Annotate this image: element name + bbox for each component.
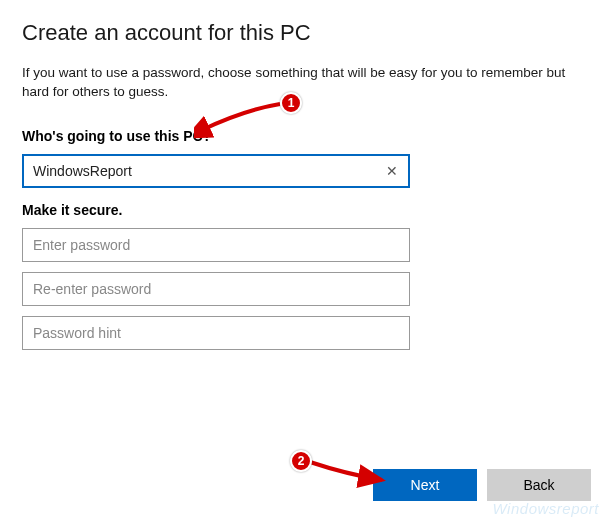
footer-buttons: Next Back: [373, 469, 591, 501]
back-button[interactable]: Back: [487, 469, 591, 501]
username-section-label: Who's going to use this PC?: [22, 128, 591, 144]
instruction-text: If you want to use a password, choose so…: [22, 64, 591, 102]
clear-input-icon[interactable]: ✕: [382, 160, 402, 182]
username-input-wrap: ✕: [22, 154, 410, 188]
password-hint-input[interactable]: [22, 316, 410, 350]
annotation-arrow-1-icon: [194, 100, 286, 140]
annotation-badge-2: 2: [290, 450, 312, 472]
page-title: Create an account for this PC: [22, 20, 591, 46]
annotation-badge-1: 1: [280, 92, 302, 114]
annotation-arrow-2-icon: [306, 456, 390, 488]
reenter-password-input[interactable]: [22, 272, 410, 306]
username-input[interactable]: [22, 154, 410, 188]
password-input[interactable]: [22, 228, 410, 262]
secure-section-label: Make it secure.: [22, 202, 591, 218]
watermark-text: Windowsreport: [493, 500, 599, 517]
